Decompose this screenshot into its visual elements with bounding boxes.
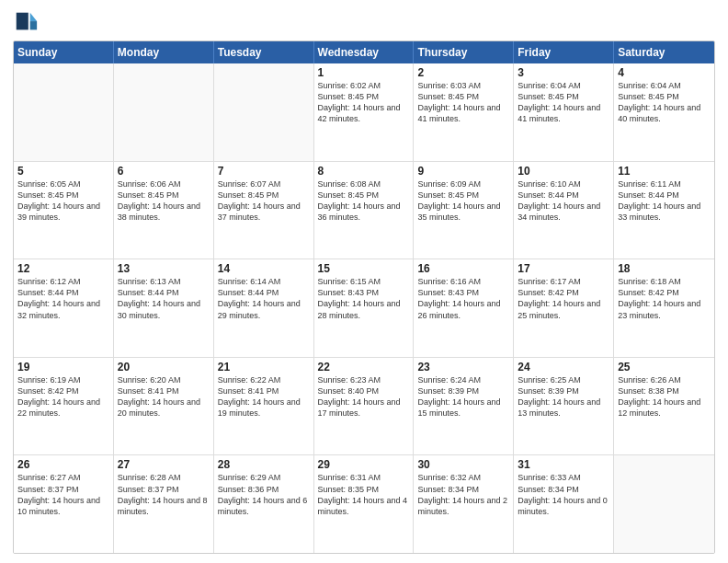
day-info: Sunrise: 6:32 AMSunset: 8:34 PMDaylight:… (417, 472, 509, 517)
day-number: 12 (17, 262, 109, 275)
week-row-2: 5Sunrise: 6:05 AMSunset: 8:45 PMDaylight… (14, 162, 714, 260)
week-row-3: 12Sunrise: 6:12 AMSunset: 8:44 PMDayligh… (14, 259, 714, 358)
header (13, 9, 715, 35)
header-wednesday: Wednesday (314, 41, 415, 63)
calendar-header: SundayMondayTuesdayWednesdayThursdayFrid… (14, 41, 714, 63)
day-info: Sunrise: 6:05 AMSunset: 8:45 PMDaylight:… (17, 178, 109, 224)
day-info: Sunrise: 6:17 AMSunset: 8:42 PMDaylight:… (518, 276, 609, 321)
day-number: 9 (417, 165, 509, 178)
day-info: Sunrise: 6:14 AMSunset: 8:44 PMDaylight:… (218, 276, 310, 321)
cal-cell: 28Sunrise: 6:29 AMSunset: 8:36 PMDayligh… (214, 455, 314, 553)
day-number: 8 (318, 165, 410, 178)
day-number: 13 (118, 262, 210, 275)
day-number: 24 (518, 361, 609, 373)
day-number: 17 (518, 262, 609, 275)
cal-cell: 13Sunrise: 6:13 AMSunset: 8:44 PMDayligh… (114, 259, 214, 357)
day-number: 19 (17, 361, 109, 373)
day-number: 29 (318, 458, 410, 471)
svg-marker-1 (30, 21, 37, 29)
day-info: Sunrise: 6:02 AMSunset: 8:45 PMDaylight:… (318, 80, 410, 125)
header-sunday: Sunday (14, 41, 114, 63)
cal-cell: 21Sunrise: 6:22 AMSunset: 8:41 PMDayligh… (214, 358, 314, 455)
week-row-1: 1Sunrise: 6:02 AMSunset: 8:45 PMDaylight… (14, 63, 714, 162)
day-info: Sunrise: 6:29 AMSunset: 8:36 PMDaylight:… (218, 472, 310, 517)
cal-cell: 30Sunrise: 6:32 AMSunset: 8:34 PMDayligh… (414, 455, 514, 553)
header-friday: Friday (514, 41, 614, 63)
day-info: Sunrise: 6:27 AMSunset: 8:37 PMDaylight:… (17, 472, 109, 517)
header-monday: Monday (114, 41, 214, 63)
cal-cell: 2Sunrise: 6:03 AMSunset: 8:45 PMDaylight… (414, 63, 514, 161)
day-info: Sunrise: 6:13 AMSunset: 8:44 PMDaylight:… (118, 276, 210, 321)
day-info: Sunrise: 6:19 AMSunset: 8:42 PMDaylight:… (17, 374, 109, 419)
day-info: Sunrise: 6:22 AMSunset: 8:41 PMDaylight:… (218, 374, 310, 419)
day-number: 21 (218, 361, 310, 373)
day-number: 31 (518, 458, 609, 471)
cal-cell: 27Sunrise: 6:28 AMSunset: 8:37 PMDayligh… (114, 455, 214, 553)
cal-cell: 15Sunrise: 6:15 AMSunset: 8:43 PMDayligh… (314, 259, 415, 357)
cal-cell: 22Sunrise: 6:23 AMSunset: 8:40 PMDayligh… (314, 358, 415, 455)
day-info: Sunrise: 6:03 AMSunset: 8:45 PMDaylight:… (417, 80, 509, 125)
day-info: Sunrise: 6:26 AMSunset: 8:38 PMDaylight:… (618, 374, 711, 419)
day-info: Sunrise: 6:28 AMSunset: 8:37 PMDaylight:… (118, 472, 210, 517)
day-info: Sunrise: 6:08 AMSunset: 8:45 PMDaylight:… (318, 178, 410, 224)
day-number: 7 (218, 165, 310, 178)
day-info: Sunrise: 6:09 AMSunset: 8:45 PMDaylight:… (417, 178, 509, 224)
cal-cell: 18Sunrise: 6:18 AMSunset: 8:42 PMDayligh… (614, 259, 714, 357)
cal-cell: 16Sunrise: 6:16 AMSunset: 8:43 PMDayligh… (414, 259, 514, 357)
cal-cell (614, 455, 714, 553)
day-info: Sunrise: 6:07 AMSunset: 8:45 PMDaylight:… (218, 178, 310, 224)
day-info: Sunrise: 6:25 AMSunset: 8:39 PMDaylight:… (518, 374, 609, 419)
cal-cell: 1Sunrise: 6:02 AMSunset: 8:45 PMDaylight… (314, 63, 415, 161)
day-number: 4 (618, 66, 711, 79)
cal-cell: 20Sunrise: 6:20 AMSunset: 8:41 PMDayligh… (114, 358, 214, 455)
cal-cell: 14Sunrise: 6:14 AMSunset: 8:44 PMDayligh… (214, 259, 314, 357)
day-info: Sunrise: 6:06 AMSunset: 8:45 PMDaylight:… (118, 178, 210, 224)
day-info: Sunrise: 6:16 AMSunset: 8:43 PMDaylight:… (417, 276, 509, 321)
day-info: Sunrise: 6:10 AMSunset: 8:44 PMDaylight:… (518, 178, 609, 224)
day-number: 26 (17, 458, 109, 471)
day-number: 27 (118, 458, 210, 471)
day-info: Sunrise: 6:31 AMSunset: 8:35 PMDaylight:… (318, 472, 410, 517)
cal-cell: 26Sunrise: 6:27 AMSunset: 8:37 PMDayligh… (14, 455, 114, 553)
day-number: 23 (417, 361, 509, 373)
cal-cell: 7Sunrise: 6:07 AMSunset: 8:45 PMDaylight… (214, 162, 314, 259)
day-info: Sunrise: 6:23 AMSunset: 8:40 PMDaylight:… (318, 374, 410, 419)
day-number: 22 (318, 361, 410, 373)
cal-cell: 19Sunrise: 6:19 AMSunset: 8:42 PMDayligh… (14, 358, 114, 455)
logo-icon (13, 9, 39, 35)
day-info: Sunrise: 6:33 AMSunset: 8:34 PMDaylight:… (518, 472, 609, 517)
cal-cell: 12Sunrise: 6:12 AMSunset: 8:44 PMDayligh… (14, 259, 114, 357)
day-number: 14 (218, 262, 310, 275)
day-number: 10 (518, 165, 609, 178)
cal-cell (14, 63, 114, 161)
day-info: Sunrise: 6:04 AMSunset: 8:45 PMDaylight:… (518, 80, 609, 125)
day-number: 28 (218, 458, 310, 471)
day-number: 18 (618, 262, 711, 275)
day-number: 16 (417, 262, 509, 275)
cal-cell: 29Sunrise: 6:31 AMSunset: 8:35 PMDayligh… (314, 455, 415, 553)
cal-cell: 17Sunrise: 6:17 AMSunset: 8:42 PMDayligh… (514, 259, 614, 357)
cal-cell: 23Sunrise: 6:24 AMSunset: 8:39 PMDayligh… (414, 358, 514, 455)
cal-cell: 8Sunrise: 6:08 AMSunset: 8:45 PMDaylight… (314, 162, 415, 259)
day-info: Sunrise: 6:12 AMSunset: 8:44 PMDaylight:… (17, 276, 109, 321)
cal-cell: 25Sunrise: 6:26 AMSunset: 8:38 PMDayligh… (614, 358, 714, 455)
day-number: 5 (17, 165, 109, 178)
logo (13, 9, 42, 35)
day-number: 2 (417, 66, 509, 79)
cal-cell: 31Sunrise: 6:33 AMSunset: 8:34 PMDayligh… (514, 455, 614, 553)
cal-cell: 10Sunrise: 6:10 AMSunset: 8:44 PMDayligh… (514, 162, 614, 259)
cal-cell: 6Sunrise: 6:06 AMSunset: 8:45 PMDaylight… (114, 162, 214, 259)
svg-marker-0 (30, 13, 37, 21)
day-number: 6 (118, 165, 210, 178)
header-thursday: Thursday (414, 41, 514, 63)
header-saturday: Saturday (614, 41, 714, 63)
cal-cell (114, 63, 214, 161)
day-info: Sunrise: 6:20 AMSunset: 8:41 PMDaylight:… (118, 374, 210, 419)
cal-cell: 24Sunrise: 6:25 AMSunset: 8:39 PMDayligh… (514, 358, 614, 455)
calendar: SundayMondayTuesdayWednesdayThursdayFrid… (13, 40, 715, 554)
day-number: 25 (618, 361, 711, 373)
cal-cell: 5Sunrise: 6:05 AMSunset: 8:45 PMDaylight… (14, 162, 114, 259)
day-number: 30 (417, 458, 509, 471)
cal-cell: 3Sunrise: 6:04 AMSunset: 8:45 PMDaylight… (514, 63, 614, 161)
header-tuesday: Tuesday (214, 41, 314, 63)
